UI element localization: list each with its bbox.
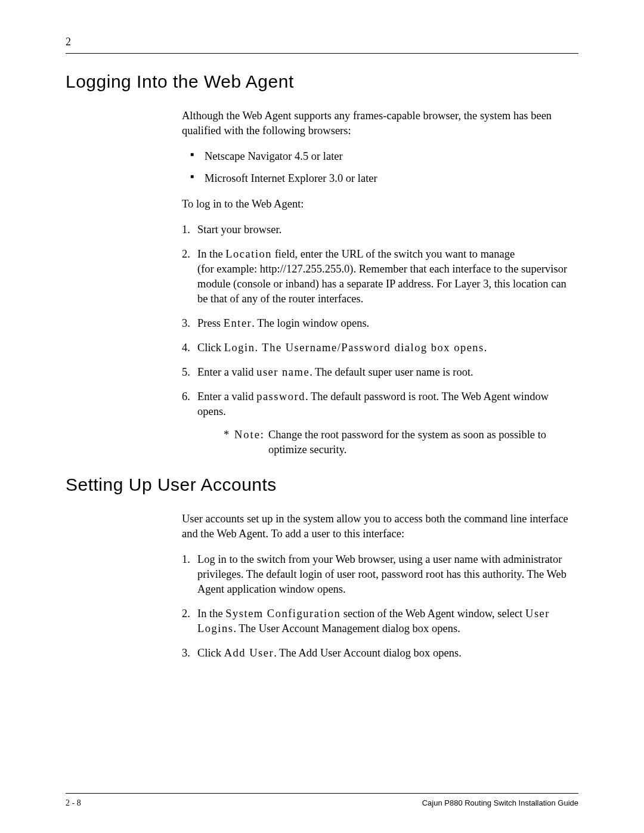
list-item: Microsoft Internet Explorer 3.0 or later bbox=[182, 171, 578, 186]
step-item: Click Login. The Username/Password dialo… bbox=[182, 340, 578, 355]
step-item: Enter a valid user name. The default sup… bbox=[182, 365, 578, 380]
step-text: Click bbox=[197, 647, 224, 659]
ui-term: Add User bbox=[224, 647, 274, 659]
step-text: . The Add User Account dialog box opens. bbox=[274, 647, 462, 659]
step-item: In the Location field, enter the URL of … bbox=[182, 247, 578, 306]
section-heading-accounts: Setting Up User Accounts bbox=[66, 475, 578, 495]
ui-term: Location bbox=[225, 248, 272, 260]
footer-rule bbox=[66, 793, 578, 794]
step-text: , password bbox=[376, 568, 426, 580]
step-item: Log in to the switch from your Web brows… bbox=[182, 552, 578, 597]
ui-term: password bbox=[256, 391, 305, 402]
step-item: Enter a valid password. The default pass… bbox=[182, 389, 578, 457]
code-term: root bbox=[426, 568, 444, 580]
step-text: (for example: http://127.255.255.0). Rem… bbox=[197, 263, 567, 305]
ui-term: user name bbox=[256, 366, 309, 378]
code-term: root bbox=[453, 366, 470, 378]
list-item: Netscape Navigator 4.5 or later bbox=[182, 149, 578, 164]
step-item: Start your browser. bbox=[182, 222, 578, 237]
section-heading-logging: Logging Into the Web Agent bbox=[66, 72, 578, 92]
login-lead: To log in to the Web Agent: bbox=[182, 197, 578, 212]
code-term: root bbox=[419, 391, 436, 402]
step-text: In the bbox=[197, 248, 225, 260]
step-item: Click Add User. The Add User Account dia… bbox=[182, 646, 578, 661]
step-text: Click bbox=[197, 342, 224, 354]
step-text: . The login window opens. bbox=[252, 317, 369, 329]
section1-body: Although the Web Agent supports any fram… bbox=[182, 109, 578, 457]
step-text: . The default super user name is bbox=[309, 366, 453, 378]
step-text: . The User Account Management dialog box… bbox=[233, 623, 460, 634]
browser-list: Netscape Navigator 4.5 or later Microsof… bbox=[182, 149, 578, 186]
code-term: root bbox=[358, 568, 376, 580]
step-text: Enter a valid bbox=[197, 366, 256, 378]
step-text: Enter a valid bbox=[197, 391, 256, 402]
ui-term: Login bbox=[224, 342, 255, 354]
header-rule bbox=[66, 53, 578, 54]
step-text: . bbox=[470, 366, 473, 378]
ui-term: System Configuration bbox=[225, 608, 340, 620]
step-item: Press Enter. The login window opens. bbox=[182, 316, 578, 331]
section1-intro: Although the Web Agent supports any fram… bbox=[182, 109, 578, 138]
note-block: * Note: Change the root password for the… bbox=[224, 428, 578, 457]
footer-row: 2 - 8 Cajun P880 Routing Switch Installa… bbox=[66, 798, 578, 808]
step-item: In the System Configuration section of t… bbox=[182, 606, 578, 636]
page-number: 2 - 8 bbox=[66, 798, 81, 808]
step-text: Press bbox=[197, 317, 224, 329]
section2-body: User accounts set up in the system allow… bbox=[182, 512, 578, 661]
step-text: field, enter the URL of the switch you w… bbox=[272, 248, 515, 260]
note-text: Change the root password for the system … bbox=[268, 428, 578, 457]
book-title: Cajun P880 Routing Switch Installation G… bbox=[422, 798, 578, 808]
section2-intro: User accounts set up in the system allow… bbox=[182, 512, 578, 541]
step-text: Start your browser. bbox=[197, 224, 281, 236]
step-text: . The Username/Password dialog box opens… bbox=[255, 342, 488, 354]
document-page: 2 Logging Into the Web Agent Although th… bbox=[0, 0, 644, 833]
page-footer: 2 - 8 Cajun P880 Routing Switch Installa… bbox=[66, 793, 578, 808]
note-label: * Note: bbox=[224, 428, 268, 457]
account-steps: Log in to the switch from your Web brows… bbox=[182, 552, 578, 661]
ui-term: Enter bbox=[224, 317, 252, 329]
step-text: In the bbox=[197, 608, 225, 620]
step-text: section of the Web Agent window, select bbox=[340, 608, 525, 620]
login-steps: Start your browser. In the Location fiel… bbox=[182, 222, 578, 457]
chapter-number: 2 bbox=[66, 36, 578, 48]
step-text: . The default password is bbox=[305, 391, 419, 402]
